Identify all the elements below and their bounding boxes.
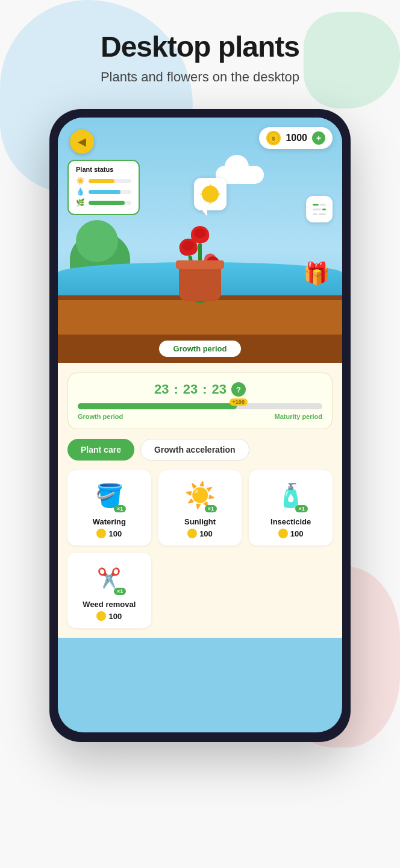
progress-bar-row: +100 (78, 403, 322, 409)
care-item-weed-removal[interactable]: ✂️ ×1 Weed removal 100 (67, 553, 151, 628)
weed-removal-icon-area: ✂️ ×1 (91, 560, 127, 596)
svg-line-8 (205, 198, 207, 199)
tab-growth-acceleration[interactable]: Growth acceleration (140, 439, 249, 461)
growth-bar-fill (89, 201, 125, 205)
sun-status-icon: ☀️ (76, 177, 85, 185)
watering-name: Watering (93, 517, 126, 526)
sun-bar-bg (89, 179, 131, 183)
watering-icon: 🪣 (95, 484, 123, 507)
timer-hours: 23 (154, 382, 169, 397)
timer-minutes: 23 (183, 382, 198, 397)
timer-colon-1: : (173, 382, 178, 397)
watering-cost-amount: 100 (108, 529, 122, 538)
tab-section: Plant care Growth acceleration (67, 439, 333, 461)
insecticide-cost-amount: 100 (290, 529, 304, 538)
tab-plant-care[interactable]: Plant care (67, 439, 134, 461)
svg-line-5 (205, 189, 207, 190)
insecticide-icon: 🧴 (277, 484, 305, 507)
sunlight-name: Sunlight (184, 517, 216, 526)
growth-bar-bg (89, 201, 131, 205)
care-grid: 🪣 ×1 Watering 100 ☀️ ×1 (67, 470, 333, 546)
app-subtitle: Plants and flowers on the desktop (101, 69, 299, 85)
timer-help-button[interactable]: ? (231, 382, 246, 397)
speech-bubble-icon (202, 186, 219, 203)
add-coins-button[interactable]: + (312, 131, 325, 145)
coin-display: $ 1000 + (259, 127, 333, 149)
settings-button[interactable] (306, 196, 333, 222)
insecticide-icon-area: 🧴 ×1 (273, 477, 309, 514)
status-row-sun: ☀️ (76, 177, 131, 185)
growth-period-banner: Growth period (58, 335, 342, 363)
weed-removal-cost-amount: 100 (108, 612, 122, 621)
care-item-insecticide[interactable]: 🧴 ×1 Insecticide 100 (249, 470, 333, 546)
timer-seconds: 23 (212, 382, 227, 397)
care-item-sunlight[interactable]: ☀️ ×1 Sunlight 100 (158, 470, 242, 546)
phone-frame: ◀ $ 1000 + Pl (49, 109, 351, 742)
plant-status-panel: Plant status ☀️ 💧 🌿 (67, 160, 140, 215)
coin-icon: $ (266, 131, 281, 145)
speech-bubble (194, 178, 227, 210)
progress-label-left: Growth period (78, 413, 123, 420)
bottom-panel: 23 : 23 : 23 ? +100 (58, 363, 342, 638)
progress-labels: Growth period Maturity period (78, 413, 322, 420)
progress-bar-bg: +100 (78, 403, 322, 409)
timer-section: 23 : 23 : 23 ? +100 (67, 373, 333, 429)
app-title: Desktop plants (101, 30, 299, 63)
insecticide-cost: 100 (278, 529, 304, 538)
weed-removal-badge: ×1 (114, 588, 126, 595)
timer-display: 23 : 23 : 23 ? (78, 382, 322, 397)
svg-text:$: $ (272, 136, 275, 142)
status-row-water: 💧 (76, 187, 131, 196)
progress-label-right: Maturity period (275, 413, 322, 420)
game-scene: ◀ $ 1000 + Pl (58, 118, 342, 335)
care-grid-row2: ✂️ ×1 Weed removal 100 (67, 553, 333, 628)
back-button[interactable]: ◀ (70, 130, 94, 154)
svg-rect-16 (319, 213, 326, 215)
status-row-growth: 🌿 (76, 198, 131, 207)
timer-colon-2: : (202, 382, 207, 397)
watering-cost: 100 (96, 529, 122, 538)
phone-screen: ◀ $ 1000 + Pl (58, 118, 342, 732)
weed-removal-cost: 100 (96, 611, 122, 621)
sunlight-cost-amount: 100 (199, 529, 213, 538)
sun-bar-fill (89, 179, 114, 183)
svg-rect-12 (320, 204, 326, 206)
weed-removal-coin-icon (96, 611, 106, 621)
plant-status-title: Plant status (76, 166, 131, 173)
sunlight-cost: 100 (187, 529, 213, 538)
weed-removal-name: Weed removal (83, 600, 136, 609)
water-bar-fill (89, 190, 120, 194)
care-item-watering[interactable]: 🪣 ×1 Watering 100 (67, 470, 151, 546)
svg-rect-14 (322, 209, 326, 210)
water-status-icon: 💧 (76, 187, 85, 196)
svg-rect-13 (313, 209, 321, 210)
water-bar-bg (89, 190, 131, 194)
svg-rect-11 (313, 204, 319, 206)
watering-coin-icon (96, 529, 106, 538)
leaf-status-icon: 🌿 (76, 198, 85, 207)
flower-pot (179, 265, 221, 301)
progress-bar-fill: +100 (78, 403, 237, 409)
sunlight-icon-area: ☀️ ×1 (182, 477, 218, 514)
gift-icon[interactable]: 🎁 (303, 261, 330, 286)
svg-line-7 (214, 189, 215, 190)
sunlight-coin-icon (187, 529, 197, 538)
insecticide-name: Insecticide (270, 517, 311, 526)
insecticide-coin-icon (278, 529, 288, 538)
sunlight-badge: ×1 (205, 505, 217, 512)
svg-line-6 (214, 198, 215, 199)
svg-rect-15 (313, 213, 317, 215)
insecticide-badge: ×1 (295, 505, 307, 512)
sunlight-icon: ☀️ (184, 483, 216, 508)
watering-badge: ×1 (114, 505, 126, 512)
coin-amount: 1000 (286, 133, 307, 143)
progress-badge: +100 (230, 398, 248, 406)
watering-icon-area: 🪣 ×1 (91, 477, 127, 514)
growth-period-badge: Growth period (159, 341, 242, 357)
weed-removal-icon: ✂️ (97, 568, 121, 588)
